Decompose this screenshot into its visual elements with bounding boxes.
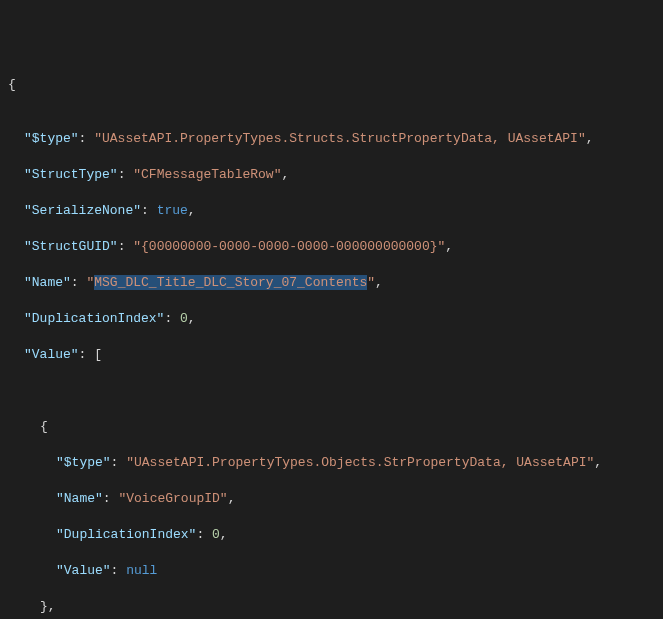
json-line: "StructGUID": "{00000000-0000-0000-0000-…: [0, 238, 663, 256]
json-key: "DuplicationIndex": [56, 527, 196, 542]
json-string: "{00000000-0000-0000-0000-000000000000}": [133, 239, 445, 254]
json-line: },: [0, 598, 663, 616]
json-line: {: [0, 418, 663, 436]
json-key: "Value": [24, 347, 79, 362]
json-number: 0: [212, 527, 220, 542]
json-line: "StructType": "CFMessageTableRow",: [0, 166, 663, 184]
json-key: "StructType": [24, 167, 118, 182]
json-line: "Value": null: [0, 562, 663, 580]
json-string: "VoiceGroupID": [118, 491, 227, 506]
json-number: 0: [180, 311, 188, 326]
json-line: "DuplicationIndex": 0,: [0, 310, 663, 328]
json-line: "Value": [: [0, 346, 663, 364]
json-null: null: [126, 563, 157, 578]
json-key: "Value": [56, 563, 111, 578]
json-key: "$type": [24, 131, 79, 146]
bracket-open: [: [94, 347, 102, 362]
json-line: "DuplicationIndex": 0,: [0, 526, 663, 544]
json-line: "SerializeNone": true,: [0, 202, 663, 220]
brace-close: },: [40, 599, 56, 614]
json-bool: true: [157, 203, 188, 218]
brace-open: {: [8, 77, 16, 92]
json-key: "DuplicationIndex": [24, 311, 164, 326]
brace-open: {: [40, 419, 48, 434]
json-line: "Name": "VoiceGroupID",: [0, 490, 663, 508]
json-line: "Name": "MSG_DLC_Title_DLC_Story_07_Cont…: [0, 274, 663, 292]
json-key: "Name": [56, 491, 103, 506]
json-string: "UAssetAPI.PropertyTypes.Structs.StructP…: [94, 131, 585, 146]
json-key: "StructGUID": [24, 239, 118, 254]
json-key: "Name": [24, 275, 71, 290]
json-string: ": [367, 275, 375, 290]
json-line: "$type": "UAssetAPI.PropertyTypes.Struct…: [0, 130, 663, 148]
json-line: "$type": "UAssetAPI.PropertyTypes.Object…: [0, 454, 663, 472]
json-key: "SerializeNone": [24, 203, 141, 218]
json-string: "CFMessageTableRow": [133, 167, 281, 182]
selected-text[interactable]: MSG_DLC_Title_DLC_Story_07_Contents: [94, 275, 367, 290]
json-line: {: [0, 76, 663, 94]
json-string: "UAssetAPI.PropertyTypes.Objects.StrProp…: [126, 455, 594, 470]
json-key: "$type": [56, 455, 111, 470]
